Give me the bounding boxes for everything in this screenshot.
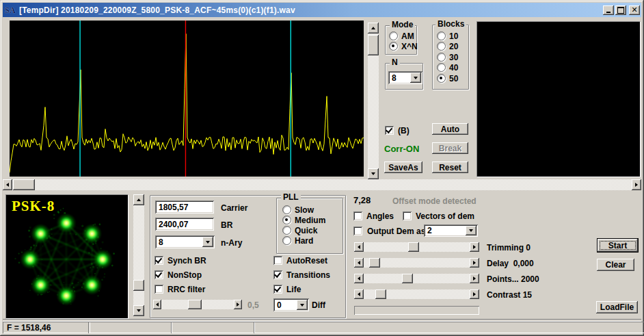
radio-blocks-40[interactable]: 40 <box>437 63 458 72</box>
scroll-down-button[interactable] <box>133 305 144 316</box>
chevron-down-icon <box>206 241 210 244</box>
angles-checkbox[interactable] <box>353 211 362 220</box>
scroll-right-button[interactable] <box>470 274 479 283</box>
diff-label: Diff <box>312 300 325 310</box>
scroll-track[interactable] <box>364 242 470 252</box>
radio-pll-slow[interactable]: Slow <box>282 205 314 214</box>
nary-combobox[interactable]: 8 <box>155 235 215 248</box>
output-dem-as-checkbox[interactable] <box>353 227 362 235</box>
constellation-scrollbar[interactable] <box>133 194 144 316</box>
clear-button[interactable]: Clear <box>597 259 634 271</box>
acf-trace <box>10 21 364 177</box>
dropdown-button[interactable] <box>466 226 477 235</box>
scroll-track[interactable] <box>364 289 470 299</box>
scroll-thumb[interactable] <box>402 274 413 283</box>
saveas-button[interactable]: SaveAs <box>384 161 422 173</box>
scroll-right-button[interactable] <box>470 242 479 252</box>
scroll-track[interactable] <box>368 34 379 168</box>
carrier-input[interactable]: 1805,57 <box>155 201 214 214</box>
reset-button[interactable]: Reset <box>432 161 468 173</box>
start-button[interactable]: Start <box>597 238 639 253</box>
vectors-of-dem-checkbox[interactable] <box>403 211 412 220</box>
auto-button[interactable]: Auto <box>432 123 468 135</box>
radio-dot <box>282 236 291 245</box>
arrow-down-icon <box>137 309 141 312</box>
scroll-left-button[interactable] <box>354 274 364 283</box>
radio-blocks-30[interactable]: 30 <box>437 53 458 62</box>
scroll-thumb[interactable] <box>133 280 144 291</box>
scroll-track[interactable] <box>364 258 470 268</box>
nary-combobox-value: 8 <box>159 237 163 247</box>
scroll-thumb[interactable] <box>13 179 35 190</box>
br-input[interactable]: 2400,07 <box>155 218 214 231</box>
scroll-up-button[interactable] <box>368 23 379 34</box>
radio-pll-hard[interactable]: Hard <box>282 236 313 245</box>
loadfile-button[interactable]: LoadFile <box>596 301 638 313</box>
arrow-left-icon <box>358 261 360 265</box>
scroll-right-button[interactable] <box>234 300 242 309</box>
scroll-left-button[interactable] <box>354 258 364 268</box>
transitions-checkbox[interactable] <box>273 270 282 279</box>
life-checkbox[interactable] <box>273 285 282 294</box>
synch-br-checkbox[interactable] <box>155 256 163 265</box>
scroll-thumb[interactable] <box>375 289 386 299</box>
radio-mode-xn[interactable]: X^N <box>389 42 418 51</box>
delay-slider[interactable] <box>354 258 479 268</box>
constellation-panel: PSK-8 <box>5 194 129 319</box>
radio-pll-quick[interactable]: Quick <box>282 226 317 235</box>
output-dem-as-combobox[interactable]: 2 <box>424 224 478 237</box>
scroll-track[interactable] <box>161 300 234 309</box>
diff-combobox[interactable]: 0 <box>273 298 309 311</box>
minimize-button[interactable] <box>603 5 614 15</box>
close-button[interactable]: ✕ <box>629 5 640 15</box>
radio-dot <box>437 74 446 83</box>
radio-blocks-20[interactable]: 20 <box>437 42 458 51</box>
scroll-left-button[interactable] <box>354 242 364 252</box>
n-combobox[interactable]: 8 <box>388 71 422 84</box>
radio-blocks-10[interactable]: 10 <box>437 31 458 40</box>
radio-mode-am[interactable]: AM <box>389 31 414 40</box>
radio-blocks-50[interactable]: 50 <box>437 74 458 83</box>
scroll-right-button[interactable] <box>632 179 641 190</box>
nonstop-checkbox[interactable] <box>155 270 163 279</box>
rrc-filter-checkbox[interactable] <box>155 285 163 294</box>
radio-pll-medium[interactable]: Medium <box>282 216 325 224</box>
contrast-slider[interactable] <box>354 289 479 299</box>
contrast-label: Contrast 15 <box>487 290 532 300</box>
chevron-down-icon <box>414 77 418 79</box>
scroll-thumb[interactable] <box>368 35 379 55</box>
dropdown-button[interactable] <box>202 237 213 247</box>
scroll-down-button[interactable] <box>368 168 379 179</box>
rrc-rolloff-value: 0,5 <box>247 300 259 310</box>
b-checkbox[interactable] <box>385 126 394 135</box>
acf-plot[interactable] <box>10 21 364 177</box>
scroll-left-button[interactable] <box>3 179 12 190</box>
trimming-slider[interactable] <box>354 242 479 252</box>
close-icon: ✕ <box>631 7 637 14</box>
arrow-right-icon <box>473 292 476 296</box>
scroll-thumb[interactable] <box>188 300 202 309</box>
points-slider[interactable] <box>354 274 479 283</box>
plot-vertical-scrollbar[interactable] <box>368 23 379 179</box>
scroll-up-button[interactable] <box>133 194 144 205</box>
scroll-track[interactable] <box>12 179 632 190</box>
rrc-rolloff-slider[interactable] <box>153 300 242 309</box>
scroll-track[interactable] <box>133 205 144 305</box>
plot-horizontal-scrollbar[interactable] <box>3 179 641 190</box>
scroll-track[interactable] <box>364 274 470 283</box>
scroll-left-button[interactable] <box>354 289 364 299</box>
trimming-label: Trimming 0 <box>487 243 531 253</box>
autoreset-checkbox[interactable] <box>273 256 282 265</box>
b-checkbox-label: (B) <box>398 126 410 135</box>
scroll-thumb[interactable] <box>369 258 380 268</box>
titlebar[interactable]: SA [TempDir] 20180209_220009Z_5800_PSK-8… <box>3 3 641 17</box>
scroll-right-button[interactable] <box>470 289 479 299</box>
status-panel-4 <box>254 322 644 333</box>
dropdown-button[interactable] <box>410 73 421 83</box>
n-group: N 8 <box>385 63 423 90</box>
scroll-thumb[interactable] <box>408 242 419 252</box>
dropdown-button[interactable] <box>297 300 308 310</box>
scroll-left-button[interactable] <box>153 300 161 309</box>
scroll-right-button[interactable] <box>470 258 479 268</box>
maximize-button[interactable] <box>615 5 626 15</box>
